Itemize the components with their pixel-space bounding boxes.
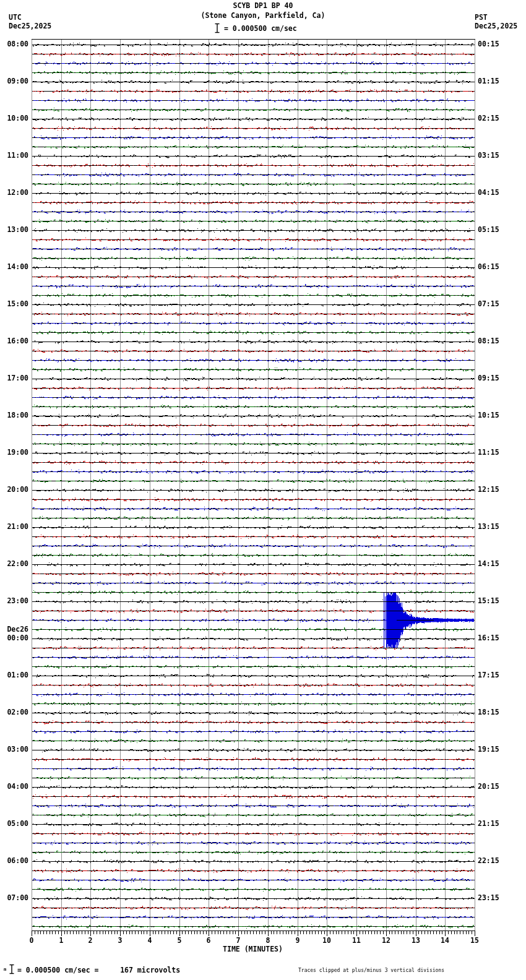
utc-hour-label: 14:00: [0, 264, 28, 271]
x-tick-label: 2: [81, 937, 100, 945]
utc-hour-label: 10:00: [0, 115, 28, 123]
utc-date-label: Dec26: [0, 626, 28, 634]
utc-hour-label: 02:00: [0, 709, 28, 716]
x-tick-label: 9: [288, 937, 307, 945]
utc-hour-label: 20:00: [0, 486, 28, 494]
utc-hour-label: 01:00: [0, 672, 28, 679]
utc-hour-label: 00:00: [0, 635, 28, 642]
pst-hour-label: 08:15: [478, 338, 499, 345]
utc-hour-label: 21:00: [0, 523, 28, 531]
utc-hour-label: 12:00: [0, 189, 28, 197]
utc-hour-label: 05:00: [0, 820, 28, 828]
scale-bar-icon: [9, 964, 15, 974]
pst-hour-label: 23:15: [478, 895, 499, 902]
pst-hour-label: 12:15: [478, 486, 499, 494]
pst-hour-label: 09:15: [478, 375, 499, 382]
utc-hour-label: 11:00: [0, 152, 28, 160]
utc-hour-label: 15:00: [0, 301, 28, 308]
pst-hour-label: 19:15: [478, 746, 499, 754]
pst-hour-label: 01:15: [478, 78, 499, 85]
utc-hour-label: 09:00: [0, 78, 28, 85]
pst-hour-label: 02:15: [478, 115, 499, 123]
seismogram-plot-canvas: [0, 0, 526, 980]
pst-hour-label: 10:15: [478, 412, 499, 419]
pst-hour-label: 13:15: [478, 523, 499, 531]
page-title: SCYB DP1 BP 40: [0, 2, 526, 10]
date-left-label: Dec25,2025: [9, 22, 51, 30]
utc-hour-label: 07:00: [0, 895, 28, 902]
x-tick-label: 1: [52, 937, 71, 945]
x-tick-label: 3: [111, 937, 129, 945]
x-tick-label: 0: [22, 937, 41, 945]
pst-hour-label: 20:15: [478, 783, 499, 791]
pst-hour-label: 14:15: [478, 561, 499, 568]
pst-hour-label: 17:15: [478, 672, 499, 679]
pst-hour-label: 04:15: [478, 189, 499, 197]
timezone-right-label: PST: [475, 14, 488, 22]
pst-hour-label: 15:15: [478, 598, 499, 605]
x-tick-label: 10: [317, 937, 336, 945]
x-tick-label: 14: [436, 937, 454, 945]
footer-clip-note: Traces clipped at plus/minus 3 vertical …: [298, 968, 444, 974]
utc-hour-label: 16:00: [0, 338, 28, 345]
pst-hour-label: 18:15: [478, 709, 499, 716]
x-tick-label: 15: [465, 937, 484, 945]
footer-scale-text: = 0.000500 cm/sec = 167 microvolts: [17, 966, 180, 974]
scale-note-text: = 0.000500 cm/sec: [224, 25, 297, 33]
utc-hour-label: 22:00: [0, 561, 28, 568]
page-subtitle: (Stone Canyon, Parkfield, Ca): [0, 12, 526, 20]
x-tick-label: 6: [199, 937, 218, 945]
utc-hour-label: 23:00: [0, 598, 28, 605]
pst-hour-label: 00:15: [478, 41, 499, 48]
utc-hour-label: 18:00: [0, 412, 28, 419]
utc-hour-label: 04:00: [0, 783, 28, 791]
x-tick-label: 7: [229, 937, 248, 945]
pst-hour-label: 06:15: [478, 264, 499, 271]
x-tick-label: 12: [377, 937, 395, 945]
utc-hour-label: 03:00: [0, 746, 28, 754]
pst-hour-label: 11:15: [478, 449, 499, 457]
pst-hour-label: 21:15: [478, 820, 499, 828]
x-tick-label: 4: [140, 937, 159, 945]
utc-hour-label: 13:00: [0, 226, 28, 234]
pst-hour-label: 07:15: [478, 301, 499, 308]
pst-hour-label: 16:15: [478, 635, 499, 642]
date-right-label: Dec25,2025: [475, 22, 517, 30]
utc-hour-label: 08:00: [0, 41, 28, 48]
scale-bar-icon: [214, 23, 220, 33]
timezone-left-label: UTC: [9, 14, 22, 22]
pst-hour-label: 22:15: [478, 858, 499, 865]
utc-hour-label: 17:00: [0, 375, 28, 382]
utc-hour-label: 06:00: [0, 858, 28, 865]
x-tick-label: 5: [170, 937, 189, 945]
helicorder-page: SCYB DP1 BP 40 (Stone Canyon, Parkfield,…: [0, 0, 526, 980]
pst-hour-label: 05:15: [478, 226, 499, 234]
x-tick-label: 11: [347, 937, 366, 945]
x-axis-title: TIME (MINUTES): [0, 945, 506, 953]
pst-hour-label: 03:15: [478, 152, 499, 160]
x-tick-label: 13: [407, 937, 425, 945]
x-tick-label: 8: [259, 937, 277, 945]
footer-scale-prefix: m: [4, 968, 6, 973]
utc-hour-label: 19:00: [0, 449, 28, 457]
